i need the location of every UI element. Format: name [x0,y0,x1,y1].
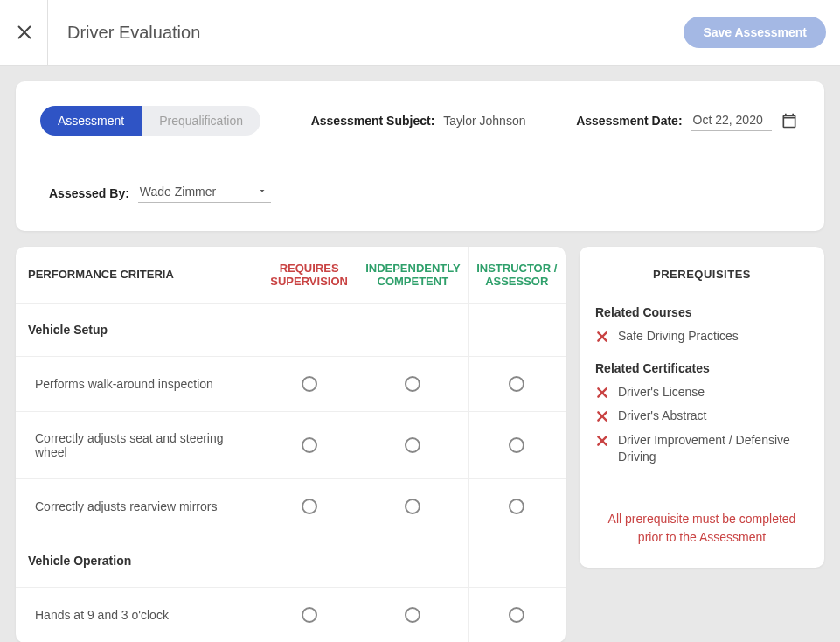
criteria-item-row: Correctly adjusts seat and steering whee… [16,411,566,478]
assessment-subject-label: Assessment Subject: [311,114,435,128]
criteria-table: PERFORMANCE CRITERIA REQUIRES SUPERVISIO… [16,247,566,642]
caret-down-icon [257,185,267,199]
criteria-radio-independent[interactable] [405,499,420,514]
assessed-by-label: Assessed By: [49,186,129,200]
criteria-radio-instructor[interactable] [509,499,524,514]
related-certificates-label: Related Certificates [595,361,809,375]
criteria-header-instructor: INSTRUCTOR / ASSESSOR [468,247,566,303]
criteria-section-row: Vehicle Operation [16,534,566,587]
prerequisite-item-text: Driver's License [618,384,705,401]
tab-group: Assessment Prequalification [40,106,260,136]
criteria-radio-independent[interactable] [405,376,420,392]
prerequisite-item: Driver's Abstract [595,408,809,425]
prerequisite-item-text: Driver Improvement / Defensive Driving [618,432,809,466]
assessment-date-label: Assessment Date: [576,114,682,128]
tab-prequalification[interactable]: Prequalification [142,106,260,136]
prerequisites-title: PREREQUISITES [595,268,809,281]
assessed-by-dropdown[interactable]: Wade Zimmer [138,183,271,203]
header-divider [47,0,48,66]
criteria-item-label: Hands at 9 and 3 o'clock [16,587,260,642]
x-icon [595,409,609,423]
criteria-item-row: Performs walk-around inspection [16,356,566,411]
x-icon [595,434,609,448]
assessment-subject-value: Taylor Johnson [443,114,525,128]
x-icon [595,330,609,344]
criteria-section-label: Vehicle Setup [16,303,260,356]
criteria-radio-requires[interactable] [302,437,317,453]
criteria-item-label: Correctly adjusts seat and steering whee… [16,411,260,478]
criteria-radio-requires[interactable] [302,607,317,623]
criteria-radio-independent[interactable] [405,437,420,453]
criteria-radio-independent[interactable] [405,607,420,623]
criteria-item-label: Correctly adjusts rearview mirrors [16,478,260,534]
criteria-section-row: Vehicle Setup [16,303,566,356]
criteria-radio-instructor[interactable] [509,437,524,453]
criteria-item-label: Performs walk-around inspection [16,356,260,411]
assessment-date-field: Assessment Date: Oct 22, 2020 [576,111,798,131]
criteria-header-requires: REQUIRES SUPERVISION [260,247,358,303]
criteria-header-independent: INDEPENDENTLY COMPETENT [358,247,468,303]
assessment-subject-field: Assessment Subject: Taylor Johnson [311,114,526,128]
prerequisite-item-text: Safe Driving Practices [618,328,739,345]
assessment-date-value[interactable]: Oct 22, 2020 [691,111,772,131]
criteria-header-main: PERFORMANCE CRITERIA [16,247,260,303]
prerequisite-item: Driver's License [595,384,809,401]
x-icon [595,386,609,400]
prerequisite-item: Driver Improvement / Defensive Driving [595,432,809,466]
header-bar: Driver Evaluation Save Assessment [0,0,840,66]
page-title: Driver Evaluation [67,23,684,43]
criteria-radio-requires[interactable] [302,376,317,392]
save-assessment-button[interactable]: Save Assessment [684,17,826,48]
assessed-by-value: Wade Zimmer [140,185,216,199]
criteria-radio-requires[interactable] [302,499,317,514]
close-icon[interactable] [14,22,35,43]
criteria-item-row: Hands at 9 and 3 o'clock [16,587,566,642]
prerequisite-item-text: Driver's Abstract [618,408,706,425]
related-courses-label: Related Courses [595,305,809,319]
prerequisite-item: Safe Driving Practices [595,328,809,345]
assessment-info-card: Assessment Prequalification Assessment S… [16,81,824,231]
tab-assessment[interactable]: Assessment [40,106,142,136]
prerequisites-card: PREREQUISITES Related Courses Safe Drivi… [580,247,824,568]
criteria-section-label: Vehicle Operation [16,534,260,587]
criteria-radio-instructor[interactable] [509,376,524,392]
calendar-icon[interactable] [781,112,798,129]
criteria-item-row: Correctly adjusts rearview mirrors [16,478,566,534]
performance-criteria-card: PERFORMANCE CRITERIA REQUIRES SUPERVISIO… [16,247,566,642]
criteria-radio-instructor[interactable] [509,607,524,623]
prerequisite-warning: All prerequisite must be completed prior… [595,510,809,547]
